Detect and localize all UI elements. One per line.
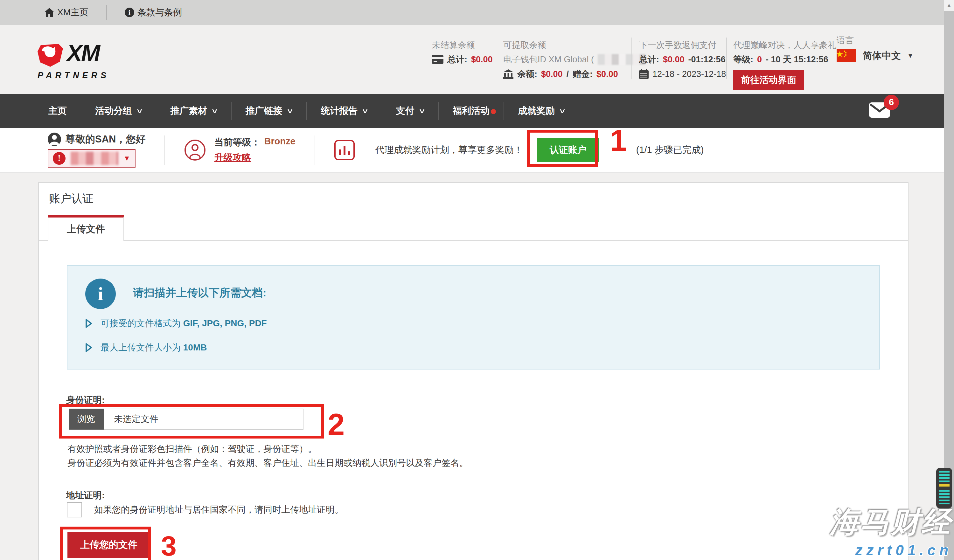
- contest-level-label: 等级:: [733, 54, 753, 65]
- chevron-down-icon: ∨: [418, 107, 426, 115]
- identity-description-line1: 有效护照或者身份证彩色扫描件（例如：驾驶证，身份证等）。: [67, 443, 317, 455]
- annotation-digit-1: 1: [610, 126, 627, 156]
- info-circle-icon: i: [125, 8, 134, 17]
- upgrade-guide-link[interactable]: 升级攻略: [214, 151, 295, 164]
- inbox-button[interactable]: 6: [869, 103, 890, 120]
- language-label: 语言: [837, 36, 913, 45]
- nav-label: 统计报告: [321, 105, 357, 117]
- nav-label: 主页: [48, 105, 67, 117]
- nav-label: 推广链接: [246, 105, 282, 117]
- payout-label: 下一次手数返佣支付: [639, 38, 726, 52]
- profile-circle-icon: [184, 139, 206, 161]
- contest-level-value: 0: [757, 55, 762, 65]
- info-heading: 请扫描并上传以下所需文档:: [133, 286, 266, 300]
- wallet-balance-label: 余额:: [517, 68, 537, 80]
- stat-wallet: 可提取余额 电子钱包ID XM Global () 余额: $0.00 / 赠金…: [503, 38, 652, 81]
- bull-logo-icon: [37, 43, 65, 67]
- go-to-campaign-button[interactable]: 前往活动界面: [733, 70, 804, 90]
- upload-area: 上传您的文件 3: [67, 532, 150, 558]
- nav-item-promo-materials[interactable]: 推广素材 ∨: [156, 105, 231, 117]
- chevron-down-icon: ∨: [136, 107, 143, 115]
- nav-item-reports[interactable]: 统计报告 ∨: [307, 105, 381, 117]
- account-id-redacted: [71, 152, 118, 165]
- identity-description-line2: 身份证必须为有效证件并包含客户全名、有效期、客户住址、出生日期或纳税人识别号以及…: [67, 457, 468, 469]
- address-proof-text: 如果您的身份证明地址与居住国家不同，请同时上传地址证明。: [94, 504, 344, 516]
- wallet-id-prefix: 电子钱包ID XM Global (: [503, 54, 594, 65]
- nav-item-payments[interactable]: 支付 ∨: [382, 105, 438, 117]
- account-caret-icon: ▼: [123, 154, 131, 162]
- main-navigation: 主页 活动分组 ∨ 推广素材 ∨ 推广链接 ∨ 统计报告 ∨ 支付 ∨ 福利活动…: [0, 94, 944, 128]
- pending-total-label: 总计:: [447, 54, 467, 65]
- chevron-down-icon: ∨: [286, 107, 294, 115]
- chevron-down-icon: ∨: [559, 107, 566, 115]
- triangle-bullet-icon: [85, 319, 92, 328]
- steps-completed-text: (1/1 步骤已完成): [636, 144, 704, 156]
- language-caret-icon: ▼: [907, 52, 913, 59]
- terms-label: 条款与条例: [137, 6, 182, 19]
- triangle-bullet-icon: [85, 343, 92, 352]
- bank-icon: [503, 69, 513, 79]
- pending-balance-label: 未结算余额: [432, 38, 493, 52]
- language-dropdown[interactable]: 简体中文 ▼: [837, 49, 913, 62]
- tab-upload-documents[interactable]: 上传文件: [48, 215, 124, 241]
- bullet-size-text: 最大上传文件大小为: [101, 342, 183, 352]
- pending-total-value: $0.00: [471, 55, 493, 65]
- payout-dates: 12-18 - 2023-12-18: [652, 69, 726, 79]
- bullet-formats-text: 可接受的文件格式为: [101, 318, 183, 328]
- wallet-bonus-label: 赠金:: [573, 68, 592, 80]
- nav-item-benefits[interactable]: 福利活动: [439, 105, 504, 117]
- terms-link[interactable]: i 条款与条例: [125, 6, 182, 19]
- wallet-bonus-value: $0.00: [597, 69, 618, 79]
- chevron-down-icon: ∨: [211, 107, 218, 115]
- scrollbar-up-arrow[interactable]: ▲: [944, 0, 954, 11]
- payout-total-label: 总计:: [639, 54, 659, 65]
- nav-item-home[interactable]: 主页: [48, 105, 81, 117]
- browse-button[interactable]: 浏览: [69, 409, 104, 429]
- nav-item-promo-links[interactable]: 推广链接 ∨: [232, 105, 306, 117]
- verify-account-area: 认证账户 1: [537, 138, 599, 162]
- xm-partners-logo[interactable]: XM PARTNERS: [37, 43, 109, 81]
- userbar-divider: [315, 135, 315, 165]
- contest-level-rest: - 10 天 15:12:56: [766, 54, 828, 65]
- verify-account-button[interactable]: 认证账户: [537, 138, 599, 162]
- greeting-text: 尊敬的SAN，您好: [65, 132, 145, 146]
- file-status-text: 未选定文件: [104, 409, 304, 429]
- alert-icon: !: [53, 152, 65, 165]
- wallet-balance-value: $0.00: [541, 69, 563, 79]
- nav-label: 活动分组: [95, 105, 132, 117]
- header: XM PARTNERS 未结算余额 总计: $0.00 可提取余额 电子钱包ID…: [0, 25, 944, 94]
- stat-pending-balance: 未结算余额 总计: $0.00: [432, 38, 493, 67]
- user-icon: [48, 132, 61, 146]
- nav-label: 推广素材: [170, 105, 207, 117]
- user-bar: 尊敬的SAN，您好 ! ▼ 当前等级： Bronze 升级攻略 代理成就奖励计划…: [0, 128, 944, 173]
- stat-next-payout: 下一次手数返佣支付 总计: $0.00 -01:12:56 12-18 - 20…: [639, 38, 726, 81]
- topbar-divider: [106, 5, 107, 20]
- address-proof-row: 如果您的身份证明地址与居住国家不同，请同时上传地址证明。: [67, 502, 344, 517]
- address-proof-checkbox[interactable]: [67, 502, 82, 517]
- xm-home-link[interactable]: XM主页: [45, 6, 89, 19]
- notification-dot: [491, 109, 496, 114]
- identity-proof-label: 身份证明:: [66, 394, 104, 406]
- nav-item-campaign-groups[interactable]: 活动分组 ∨: [81, 105, 156, 117]
- account-dropdown[interactable]: ! ▼: [48, 149, 136, 168]
- language-selector: 语言 简体中文 ▼: [837, 36, 913, 62]
- contest-label: 代理巅峰对决，人人享豪礼: [733, 38, 836, 52]
- address-proof-label: 地址证明:: [66, 489, 104, 501]
- current-level-label: 当前等级：: [214, 136, 260, 149]
- calendar-icon: [639, 69, 648, 79]
- tab-underline: [39, 240, 908, 241]
- home-icon: [45, 8, 54, 17]
- identity-file-input[interactable]: 浏览 未选定文件: [69, 409, 304, 429]
- scrollbar[interactable]: ▲: [944, 0, 954, 560]
- info-bullet-size: 最大上传文件大小为 10MB: [85, 342, 207, 354]
- bullet-formats-bold: GIF, JPG, PNG, PDF: [183, 318, 267, 328]
- scrollbar-thumb[interactable]: [944, 11, 954, 560]
- inbox-badge: 6: [884, 95, 899, 110]
- nav-item-achievements[interactable]: 成就奖励 ∨: [504, 105, 578, 117]
- stat-contest: 代理巅峰对决，人人享豪礼 等级: 0 - 10 天 15:12:56 前往活动界…: [733, 38, 836, 90]
- bullet-size-bold: 10MB: [183, 342, 207, 352]
- chevron-down-icon: ∨: [362, 107, 369, 115]
- upload-your-files-button[interactable]: 上传您的文件: [67, 532, 150, 558]
- language-selected: 简体中文: [863, 49, 901, 62]
- logo-brand-text: XM: [67, 43, 99, 63]
